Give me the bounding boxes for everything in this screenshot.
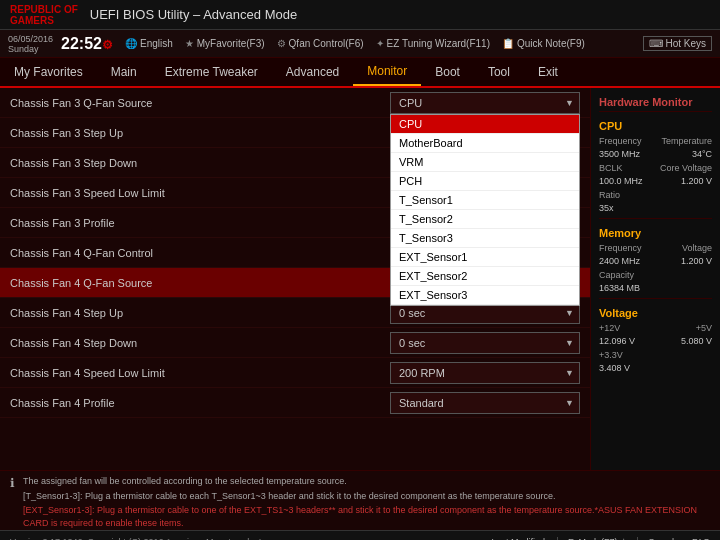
fan3-qfan-source-row[interactable]: Chassis Fan 3 Q-Fan Source CPU ▼ CPU Mot… bbox=[0, 88, 590, 118]
fan3-qfan-source-value: CPU bbox=[390, 92, 580, 114]
voltage-section-title: Voltage bbox=[599, 307, 712, 319]
volt-12-row: +12V +5V bbox=[599, 323, 712, 333]
cpu-bclk-value: 100.0 MHz bbox=[599, 176, 643, 186]
search-faq-button[interactable]: Search on FAQ bbox=[637, 537, 710, 541]
dropdown-option-extsensor3[interactable]: EXT_Sensor3 bbox=[391, 286, 579, 305]
title-bar: REPUBLIC OF GAMERS UEFI BIOS Utility – A… bbox=[0, 0, 720, 30]
fan-icon: ⚙ bbox=[277, 38, 286, 49]
fan3-step-down-label: Chassis Fan 3 Step Down bbox=[10, 157, 390, 169]
volt-12-val-row: 12.096 V 5.080 V bbox=[599, 336, 712, 346]
cpu-temp-value: 34°C bbox=[692, 149, 712, 159]
cpu-corevolt-value: 1.200 V bbox=[681, 176, 712, 186]
dropdown-option-tsensor2[interactable]: T_Sensor2 bbox=[391, 210, 579, 229]
dropdown-option-tsensor1[interactable]: T_Sensor1 bbox=[391, 191, 579, 210]
star-icon: ★ bbox=[185, 38, 194, 49]
nav-extreme-tweaker[interactable]: Extreme Tweaker bbox=[151, 58, 272, 86]
info-icon: ℹ bbox=[10, 475, 15, 492]
ezmode-button[interactable]: EzMode(F7)⊣ bbox=[557, 537, 626, 541]
mem-freq-label: Frequency bbox=[599, 243, 642, 253]
fan4-speed-low-limit-label: Chassis Fan 4 Speed Low Limit bbox=[10, 367, 390, 379]
cpu-ratio-label: Ratio bbox=[599, 190, 620, 200]
hardware-monitor-panel: Hardware Monitor CPU Frequency Temperatu… bbox=[590, 88, 720, 470]
volt-5-label: +5V bbox=[696, 323, 712, 333]
mem-freq-value: 2400 MHz bbox=[599, 256, 640, 266]
cpu-freq-val-row: 3500 MHz 34°C bbox=[599, 149, 712, 159]
cpu-ratio-label-row: Ratio bbox=[599, 190, 712, 200]
nav-bar: My Favorites Main Extreme Tweaker Advanc… bbox=[0, 58, 720, 88]
settings-panel: Chassis Fan 3 Q-Fan Source CPU ▼ CPU Mot… bbox=[0, 88, 590, 470]
last-modified-button[interactable]: Last Modified bbox=[491, 537, 545, 541]
fan4-profile-dropdown[interactable]: Standard ▼ bbox=[390, 392, 580, 414]
fan3-qfan-source-dropdown[interactable]: CPU ▼ CPU MotherBoard VRM PCH T_Sensor1 … bbox=[390, 92, 580, 114]
info-line1: The assigned fan will be controlled acco… bbox=[23, 475, 710, 488]
quicknote-item[interactable]: 📋 Quick Note(F9) bbox=[502, 38, 585, 49]
time-display: 22:52⚙ bbox=[61, 35, 113, 53]
info-line2: [T_Sensor1-3]: Plug a thermistor cable t… bbox=[23, 490, 710, 503]
cpu-freq-label: Frequency bbox=[599, 136, 642, 146]
dropdown-option-cpu[interactable]: CPU bbox=[391, 115, 579, 134]
fan4-step-up-label: Chassis Fan 4 Step Up bbox=[10, 307, 390, 319]
dropdown-option-vrm[interactable]: VRM bbox=[391, 153, 579, 172]
eztuning-item[interactable]: ✦ EZ Tuning Wizard(F11) bbox=[376, 38, 490, 49]
nav-exit[interactable]: Exit bbox=[524, 58, 572, 86]
day-display: Sunday bbox=[8, 44, 53, 54]
qfan-item[interactable]: ⚙ Qfan Control(F6) bbox=[277, 38, 364, 49]
fan3-qfan-source-label: Chassis Fan 3 Q-Fan Source bbox=[10, 97, 390, 109]
mem-freq-label-row: Frequency Voltage bbox=[599, 243, 712, 253]
fan4-profile-row[interactable]: Chassis Fan 4 Profile Standard ▼ bbox=[0, 388, 590, 418]
dropdown-option-motherboard[interactable]: MotherBoard bbox=[391, 134, 579, 153]
mem-cap-label: Capacity bbox=[599, 270, 634, 280]
cpu-ratio-val-row: 35x bbox=[599, 203, 712, 213]
fan4-profile-label: Chassis Fan 4 Profile bbox=[10, 397, 390, 409]
dropdown-option-tsensor3[interactable]: T_Sensor3 bbox=[391, 229, 579, 248]
cpu-bclk-label: BCLK bbox=[599, 163, 623, 173]
volt-33-value: 3.408 V bbox=[599, 363, 630, 373]
fan4-qfan-source-label: Chassis Fan 4 Q-Fan Source bbox=[10, 277, 390, 289]
nav-my-favorites[interactable]: My Favorites bbox=[0, 58, 97, 86]
dropdown-option-extsensor2[interactable]: EXT_Sensor2 bbox=[391, 267, 579, 286]
date-display: 06/05/2016 bbox=[8, 34, 53, 44]
cpu-section-title: CPU bbox=[599, 120, 712, 132]
volt-33-label: +3.3V bbox=[599, 350, 623, 360]
myfavorite-item[interactable]: ★ MyFavorite(F3) bbox=[185, 38, 265, 49]
hardware-monitor-title: Hardware Monitor bbox=[599, 96, 712, 112]
language-item[interactable]: 🌐 English bbox=[125, 38, 173, 49]
hotkeys-item[interactable]: ⌨ Hot Keys bbox=[643, 36, 712, 51]
fan3-source-dropdown-list: CPU MotherBoard VRM PCH T_Sensor1 T_Sens… bbox=[390, 114, 580, 306]
footer: Version 2.17.1246. Copyright (C) 2016 Am… bbox=[0, 530, 720, 540]
dropdown-option-extsensor1[interactable]: EXT_Sensor1 bbox=[391, 248, 579, 267]
info-line3: [EXT_Sensor1-3]: Plug a thermistor cable… bbox=[23, 504, 710, 529]
nav-boot[interactable]: Boot bbox=[421, 58, 474, 86]
app-title: UEFI BIOS Utility – Advanced Mode bbox=[90, 7, 297, 22]
note-icon: 📋 bbox=[502, 38, 514, 49]
nav-tool[interactable]: Tool bbox=[474, 58, 524, 86]
fan4-speed-low-limit-dropdown[interactable]: 200 RPM ▼ bbox=[390, 362, 580, 384]
divider-voltage bbox=[599, 298, 712, 299]
volt-33-label-row: +3.3V bbox=[599, 350, 712, 360]
info-bar: ℹ The assigned fan will be controlled ac… bbox=[0, 470, 720, 530]
nav-advanced[interactable]: Advanced bbox=[272, 58, 353, 86]
cpu-freq-row: Frequency Temperature bbox=[599, 136, 712, 146]
status-bar: 06/05/2016 Sunday 22:52⚙ 🌐 English ★ MyF… bbox=[0, 30, 720, 58]
volt-12-label: +12V bbox=[599, 323, 620, 333]
divider-memory bbox=[599, 218, 712, 219]
fan4-profile-value: Standard bbox=[390, 392, 580, 414]
volt-12-value: 12.096 V bbox=[599, 336, 635, 346]
cpu-freq-value: 3500 MHz bbox=[599, 149, 640, 159]
cpu-bclk-val-row: 100.0 MHz 1.200 V bbox=[599, 176, 712, 186]
nav-main[interactable]: Main bbox=[97, 58, 151, 86]
mem-volt-label: Voltage bbox=[682, 243, 712, 253]
main-content: Chassis Fan 3 Q-Fan Source CPU ▼ CPU Mot… bbox=[0, 88, 720, 470]
footer-buttons: Last Modified EzMode(F7)⊣ Search on FAQ bbox=[491, 537, 710, 541]
dropdown-option-pch[interactable]: PCH bbox=[391, 172, 579, 191]
nav-monitor[interactable]: Monitor bbox=[353, 58, 421, 86]
cpu-corevolt-label: Core Voltage bbox=[660, 163, 712, 173]
fan4-step-down-dropdown[interactable]: 0 sec ▼ bbox=[390, 332, 580, 354]
fan4-step-down-row[interactable]: Chassis Fan 4 Step Down 0 sec ▼ bbox=[0, 328, 590, 358]
cpu-ratio-value: 35x bbox=[599, 203, 614, 213]
cpu-temp-label: Temperature bbox=[661, 136, 712, 146]
volt-5-value: 5.080 V bbox=[681, 336, 712, 346]
globe-icon: 🌐 bbox=[125, 38, 137, 49]
cpu-bclk-row: BCLK Core Voltage bbox=[599, 163, 712, 173]
fan4-speed-low-limit-row[interactable]: Chassis Fan 4 Speed Low Limit 200 RPM ▼ bbox=[0, 358, 590, 388]
